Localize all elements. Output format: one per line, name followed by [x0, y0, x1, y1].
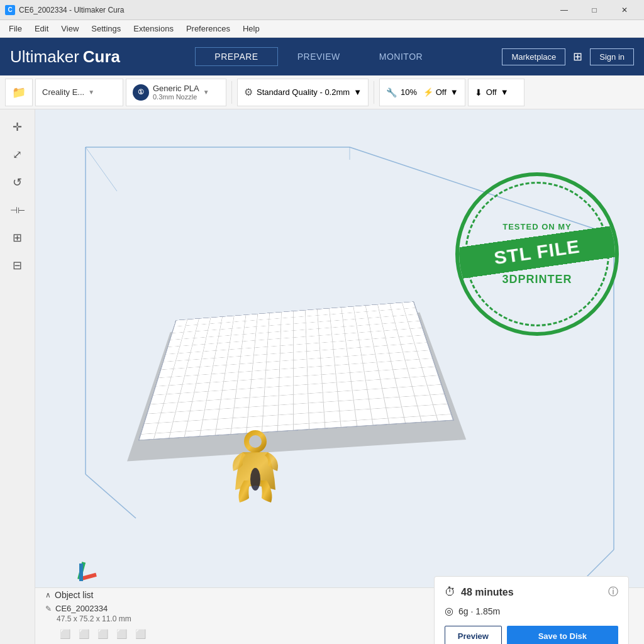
material-icon: ◎ — [445, 605, 453, 617]
object-icon-2[interactable]: ⬜ — [75, 626, 92, 642]
header-right: Marketplace ⊞ Sign in — [502, 48, 634, 65]
info-icon[interactable]: ⓘ — [608, 586, 618, 599]
nozzle-badge: ① — [133, 84, 149, 101]
nav-tabs: PREPARE PREVIEW MONITOR — [135, 47, 502, 66]
move-tool[interactable]: ✛ — [5, 114, 30, 140]
open-file-button[interactable]: 📁 — [5, 79, 33, 106]
scale-tool[interactable]: ⤢ — [5, 142, 30, 167]
quality-label: Standard Quality - 0.2mm — [257, 87, 350, 97]
quality-dropdown-arrow: ▼ — [353, 87, 362, 97]
print-time-left: ⏱ 48 minutes — [445, 586, 514, 599]
object-filename: CE6_2002334 — [55, 604, 108, 613]
print-info-card: ⏱ 48 minutes ⓘ ◎ 6g · 1.85m Preview Save… — [434, 576, 629, 644]
menu-extensions[interactable]: Extensions — [127, 21, 180, 36]
rotate-tool[interactable]: ↺ — [5, 170, 30, 195]
printer-name: Creality E... — [42, 87, 84, 97]
svg-point-8 — [247, 433, 264, 450]
menu-view[interactable]: View — [55, 21, 85, 36]
nozzle-size: 0.3mm Nozzle — [153, 93, 199, 101]
print-time-value: 48 minutes — [461, 587, 514, 598]
header: Ultimaker Cura PREPARE PREVIEW MONITOR M… — [0, 38, 644, 75]
3d-viewport[interactable]: tested on my STL file 3Dprinter ∧ Object… — [35, 109, 644, 644]
preview-button[interactable]: Preview — [445, 626, 502, 644]
object-list-chevron[interactable]: ∧ — [45, 591, 51, 599]
maximize-button[interactable]: □ — [580, 0, 609, 20]
print-bed — [138, 301, 455, 440]
tab-monitor[interactable]: MONITOR — [360, 47, 442, 66]
bottom-panel: ∧ Object list ✎ CE6_2002334 47.5 x 75.2 … — [35, 587, 644, 644]
menubar: File Edit View Settings Extensions Prefe… — [0, 20, 644, 38]
support-label: 10% — [401, 87, 417, 97]
minimize-button[interactable]: — — [550, 0, 579, 20]
object-icon-4[interactable]: ⬜ — [113, 626, 130, 642]
object-dimensions: 47.5 x 75.2 x 11.0 mm — [57, 614, 434, 623]
svg-point-9 — [250, 468, 260, 491]
menu-file[interactable]: File — [3, 21, 28, 36]
grid-icon[interactable]: ⊞ — [573, 50, 582, 64]
marketplace-button[interactable]: Marketplace — [502, 48, 565, 65]
printer-dropdown-arrow: ▼ — [88, 89, 94, 96]
support-selector[interactable]: 🔧 10% ⚡ Off ▼ — [379, 79, 465, 106]
close-button[interactable]: ✕ — [610, 0, 639, 20]
save-to-disk-button[interactable]: Save to Disk — [507, 626, 618, 644]
tab-prepare[interactable]: PREPARE — [195, 47, 277, 66]
3d-model — [224, 430, 287, 506]
object-icon-5[interactable]: ⬜ — [132, 626, 148, 642]
svg-line-3 — [350, 147, 614, 235]
object-name-row: ✎ CE6_2002334 — [45, 604, 434, 613]
app-icon: C — [5, 5, 15, 15]
folder-icon: 📁 — [12, 86, 26, 99]
support-dropdown-arrow: ▼ — [450, 87, 458, 97]
toolbar: 📁 Creality E... ▼ ① Generic PLA 0.3mm No… — [0, 75, 644, 109]
stamp-bottom-text: 3Dprinter — [502, 273, 572, 286]
object-icons: ⬜ ⬜ ⬜ ⬜ ⬜ — [57, 626, 434, 642]
main-area: ✛ ⤢ ↺ ⊣⊢ ⊞ ⊟ — [0, 109, 644, 644]
left-toolbar: ✛ ⤢ ↺ ⊣⊢ ⊞ ⊟ — [0, 109, 35, 644]
mirror-tool[interactable]: ⊣⊢ — [5, 197, 30, 223]
titlebar: C CE6_2002334 - Ultimaker Cura — □ ✕ — [0, 0, 644, 20]
adhesion-icon: ⬇ — [475, 87, 482, 97]
material-usage: 6g · 1.85m — [458, 606, 500, 616]
adhesion-selector[interactable]: ⬇ Off ▼ — [468, 79, 525, 106]
material-name: Generic PLA — [153, 84, 199, 93]
material-info: Generic PLA 0.3mm Nozzle — [153, 84, 199, 101]
logo-cura: Cura — [83, 47, 120, 67]
print-time-row: ⏱ 48 minutes ⓘ — [445, 586, 618, 599]
edit-icon: ✎ — [45, 604, 52, 613]
object-list-header: ∧ Object list — [45, 590, 434, 600]
menu-preferences[interactable]: Preferences — [180, 21, 236, 36]
object-list-label: Object list — [55, 590, 93, 600]
object-icon-1[interactable]: ⬜ — [57, 626, 73, 642]
menu-settings[interactable]: Settings — [85, 21, 127, 36]
support-icon: 🔧 — [386, 87, 397, 97]
object-icon-3[interactable]: ⬜ — [94, 626, 111, 642]
svg-line-2 — [86, 474, 136, 518]
material-row: ◎ 6g · 1.85m — [445, 605, 618, 617]
menu-help[interactable]: Help — [236, 21, 266, 36]
per-object-settings-tool[interactable]: ⊞ — [5, 225, 30, 250]
printer-selector[interactable]: Creality E... ▼ — [35, 79, 123, 106]
stl-stamp: tested on my STL file 3Dprinter — [455, 172, 631, 348]
support-blocker-tool[interactable]: ⊟ — [5, 253, 30, 278]
adhesion-dropdown-arrow: ▼ — [501, 87, 509, 97]
window-title: CE6_2002334 - Ultimaker Cura — [19, 6, 124, 14]
stamp-banner: STL file — [455, 224, 619, 281]
stamp-inner-ring — [465, 182, 609, 326]
quality-selector[interactable]: ⚙ Standard Quality - 0.2mm ▼ — [237, 79, 369, 106]
settings-sliders-icon: ⚙ — [244, 86, 253, 98]
menu-edit[interactable]: Edit — [28, 21, 55, 36]
material-selector[interactable]: ① Generic PLA 0.3mm Nozzle ▼ — [126, 79, 226, 106]
tab-preview[interactable]: PREVIEW — [278, 47, 360, 66]
signin-button[interactable]: Sign in — [590, 48, 634, 65]
adhesion-label: Off — [486, 87, 497, 97]
object-list-section: ∧ Object list ✎ CE6_2002334 47.5 x 75.2 … — [45, 590, 434, 642]
axis-indicator — [79, 556, 104, 581]
logo: Ultimaker Cura — [10, 47, 120, 67]
titlebar-left: C CE6_2002334 - Ultimaker Cura — [5, 5, 124, 15]
logo-ultimaker: Ultimaker — [10, 47, 79, 67]
stamp-top-text: tested on my — [502, 222, 572, 231]
printer-info: Creality E... — [42, 87, 84, 97]
toolbar-divider-1 — [231, 81, 232, 104]
toolbar-divider-2 — [374, 81, 374, 104]
material-dropdown-arrow: ▼ — [203, 89, 209, 96]
